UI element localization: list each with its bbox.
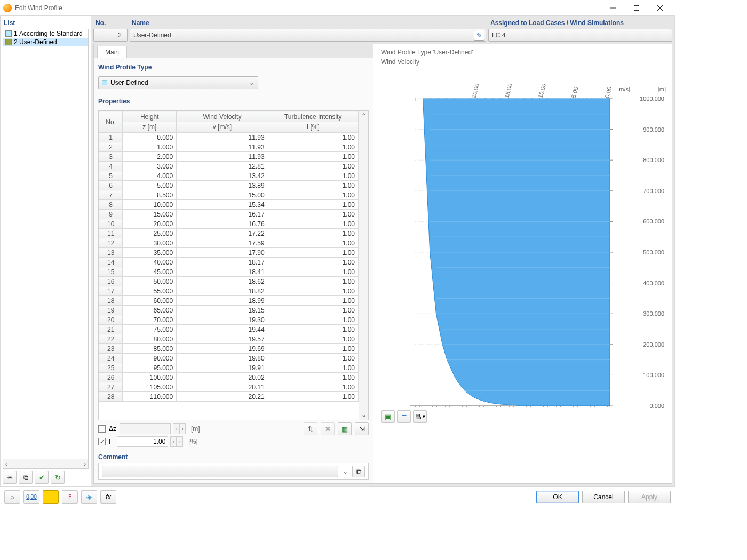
cell-height[interactable]: 30.000 [123, 238, 177, 248]
dz-spin[interactable]: ‹› [173, 423, 186, 434]
cell-velocity[interactable]: 11.93 [177, 142, 268, 152]
table-row[interactable]: 16 50.000 18.62 1.00 [99, 277, 359, 286]
table-row[interactable]: 20 70.000 19.30 1.00 [99, 315, 359, 325]
table-row[interactable]: 2 1.000 11.93 1.00 [99, 142, 359, 152]
cell-intensity[interactable]: 1.00 [268, 344, 358, 354]
cell-intensity[interactable]: 1.00 [268, 238, 358, 248]
table-row[interactable]: 24 90.000 19.80 1.00 [99, 354, 359, 363]
cell-intensity[interactable]: 1.00 [268, 334, 358, 344]
cell-intensity[interactable]: 1.00 [268, 258, 358, 267]
table-row[interactable]: 7 8.500 15.00 1.00 [99, 190, 359, 200]
table-row[interactable]: 8 10.000 15.34 1.00 [99, 200, 359, 210]
cell-velocity[interactable]: 17.22 [177, 229, 268, 238]
cell-height[interactable]: 10.000 [123, 200, 177, 210]
cell-intensity[interactable]: 1.00 [268, 277, 358, 286]
table-row[interactable]: 6 5.000 13.89 1.00 [99, 181, 359, 190]
cell-intensity[interactable]: 1.00 [268, 133, 358, 142]
close-button[interactable] [648, 1, 672, 15]
cell-intensity[interactable]: 1.00 [268, 142, 358, 152]
cell-intensity[interactable]: 1.00 [268, 200, 358, 210]
cell-height[interactable]: 65.000 [123, 306, 177, 315]
cell-intensity[interactable]: 1.00 [268, 373, 358, 382]
col-header-no[interactable]: No. [99, 111, 123, 133]
list-item[interactable]: 1 According to Standard [3, 29, 88, 38]
cancel-button[interactable]: Cancel [582, 491, 625, 503]
maximize-button[interactable] [625, 1, 648, 15]
i-spin[interactable]: ‹› [170, 436, 183, 447]
table-row[interactable]: 5 4.000 13.42 1.00 [99, 171, 359, 181]
i-input[interactable]: 1.00 [117, 436, 168, 447]
help-button[interactable]: ⌕ [4, 490, 20, 504]
cell-velocity[interactable]: 19.15 [177, 306, 268, 315]
i-checkbox[interactable] [98, 438, 106, 445]
cell-velocity[interactable]: 11.93 [177, 133, 268, 142]
profile-list[interactable]: 1 According to Standard2 User-Defined [3, 29, 89, 459]
table-vertical-scroll[interactable]: ⌃⌄ [359, 111, 368, 420]
cell-height[interactable]: 50.000 [123, 277, 177, 286]
fx-button[interactable]: fx [100, 490, 116, 504]
table-row[interactable]: 11 25.000 17.22 1.00 [99, 229, 359, 238]
cell-velocity[interactable]: 19.57 [177, 334, 268, 344]
cell-height[interactable]: 80.000 [123, 334, 177, 344]
cell-height[interactable]: 85.000 [123, 344, 177, 354]
cell-velocity[interactable]: 11.93 [177, 152, 268, 162]
cell-velocity[interactable]: 12.81 [177, 162, 268, 171]
cell-height[interactable]: 20.000 [123, 219, 177, 229]
cell-velocity[interactable]: 18.99 [177, 296, 268, 306]
cell-height[interactable]: 95.000 [123, 363, 177, 373]
axes-button[interactable]: ↟ [62, 490, 78, 504]
wind-profile-type-select[interactable]: User-Defined ⌄ [98, 76, 258, 89]
cell-velocity[interactable]: 18.17 [177, 258, 268, 267]
cell-height[interactable]: 25.000 [123, 229, 177, 238]
excel-export-button[interactable]: ▦ [338, 422, 352, 435]
cell-height[interactable]: 60.000 [123, 296, 177, 306]
cell-height[interactable]: 8.500 [123, 190, 177, 200]
comment-copy-button[interactable]: ⧉ [352, 466, 365, 477]
table-row[interactable]: 13 35.000 17.90 1.00 [99, 248, 359, 258]
table-row[interactable]: 15 45.000 18.41 1.00 [99, 267, 359, 277]
cell-height[interactable]: 45.000 [123, 267, 177, 277]
cell-height[interactable]: 3.000 [123, 162, 177, 171]
cell-intensity[interactable]: 1.00 [268, 229, 358, 238]
table-row[interactable]: 22 80.000 19.57 1.00 [99, 334, 359, 344]
cell-velocity[interactable]: 20.21 [177, 392, 268, 402]
table-row[interactable]: 1 0.000 11.93 1.00 [99, 133, 359, 142]
cell-height[interactable]: 110.000 [123, 392, 177, 402]
cell-velocity[interactable]: 17.59 [177, 238, 268, 248]
cell-velocity[interactable]: 13.89 [177, 181, 268, 190]
properties-table[interactable]: No. Height Wind Velocity Turbulence Inte… [99, 111, 359, 402]
cell-intensity[interactable]: 1.00 [268, 181, 358, 190]
no-field[interactable]: 2 [93, 29, 128, 42]
cell-intensity[interactable]: 1.00 [268, 306, 358, 315]
cell-intensity[interactable]: 1.00 [268, 210, 358, 219]
comment-dropdown[interactable]: ⌄ [340, 468, 350, 475]
col-header-height[interactable]: Height [123, 111, 177, 122]
table-row[interactable]: 26 100.000 20.02 1.00 [99, 373, 359, 382]
cell-intensity[interactable]: 1.00 [268, 171, 358, 181]
chart-print-button[interactable]: 🖶▾ [413, 410, 427, 423]
cell-intensity[interactable]: 1.00 [268, 382, 358, 392]
cell-intensity[interactable]: 1.00 [268, 363, 358, 373]
ok-button[interactable]: OK [536, 491, 579, 503]
color-button[interactable] [43, 490, 59, 504]
cell-height[interactable]: 105.000 [123, 382, 177, 392]
col-header-velocity[interactable]: Wind Velocity [177, 111, 268, 122]
cell-height[interactable]: 100.000 [123, 373, 177, 382]
table-row[interactable]: 23 85.000 19.69 1.00 [99, 344, 359, 354]
minimize-button[interactable] [601, 1, 625, 15]
cell-intensity[interactable]: 1.00 [268, 392, 358, 402]
cell-height[interactable]: 40.000 [123, 258, 177, 267]
cell-intensity[interactable]: 1.00 [268, 286, 358, 296]
view-button[interactable]: ◈ [81, 490, 97, 504]
cell-intensity[interactable]: 1.00 [268, 315, 358, 325]
units-button[interactable]: 0,00 [23, 490, 39, 504]
copy-item-button[interactable]: ⧉ [19, 471, 33, 484]
table-row[interactable]: 21 75.000 19.44 1.00 [99, 325, 359, 334]
cell-intensity[interactable]: 1.00 [268, 248, 358, 258]
cell-velocity[interactable]: 18.41 [177, 267, 268, 277]
assigned-field[interactable]: LC 4 [488, 29, 672, 42]
dz-checkbox[interactable] [98, 425, 106, 433]
chart-image-button[interactable]: ▣ [381, 410, 395, 423]
apply-button[interactable]: Apply [628, 491, 671, 503]
cell-height[interactable]: 15.000 [123, 210, 177, 219]
